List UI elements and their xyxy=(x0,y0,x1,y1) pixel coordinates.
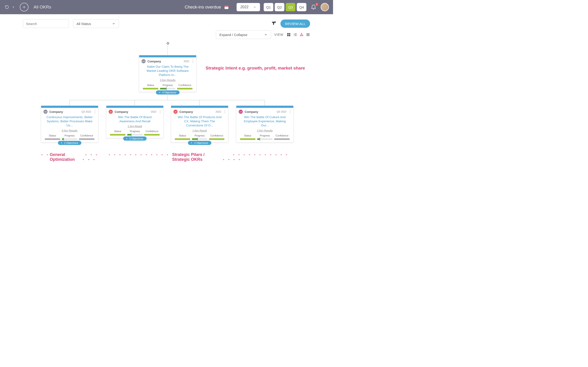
objective-title[interactable]: Win The Battle Of Brand Awareness And Re… xyxy=(106,115,163,125)
annotation-bottom-row: - - General Optimization - - - - - - - -… xyxy=(41,152,292,162)
confidence-label: Confidence xyxy=(143,130,161,133)
status-bar xyxy=(143,88,158,90)
status-bar xyxy=(110,134,125,135)
year-value: 2022 xyxy=(240,5,249,9)
svg-point-9 xyxy=(301,33,302,34)
year-select[interactable]: 2022 xyxy=(237,3,260,11)
key-results-link[interactable]: 1 Key Result xyxy=(106,125,163,127)
okr-card-child[interactable]: LW Company Q3 2022 ⋮ Win The Battle Of C… xyxy=(236,106,294,142)
view-tree-icon[interactable] xyxy=(300,33,304,37)
status-label: Status xyxy=(174,134,191,137)
status-filter-label: All Status xyxy=(77,22,91,26)
owner-avatar: JD xyxy=(173,110,178,114)
chevron-down-icon xyxy=(112,22,115,25)
refresh-icon[interactable] xyxy=(4,4,10,10)
view-label: VIEW xyxy=(274,33,284,36)
review-all-button[interactable]: REVIEW ALL xyxy=(280,19,310,28)
view-rows-icon[interactable] xyxy=(306,33,310,37)
owner-avatar: MA xyxy=(141,59,146,63)
progress-bar xyxy=(127,134,143,135)
annotation-optimization: General Optimization xyxy=(50,152,83,162)
card-menu-icon[interactable]: ⋮ xyxy=(288,111,291,113)
notifications-button[interactable]: 3 xyxy=(311,4,317,10)
forward-icon[interactable] xyxy=(10,4,17,10)
progress-bar xyxy=(192,138,208,140)
quarter-q2[interactable]: Q2 xyxy=(275,3,284,11)
quarter-q4[interactable]: Q4 xyxy=(297,3,306,11)
objective-title[interactable]: Stake Our Claim To Being The Market Lead… xyxy=(139,64,196,79)
okr-card-child[interactable]: JD Company 2022 ⋮ Win The Battle Of Prod… xyxy=(171,106,228,142)
objective-title[interactable]: Win The Battle Of Culture And Employee E… xyxy=(236,115,293,129)
owner-avatar: JD xyxy=(109,110,113,114)
quarter-q3[interactable]: Q3 xyxy=(286,3,295,11)
card-menu-icon[interactable]: ⋮ xyxy=(93,111,96,113)
status-filter-select[interactable]: All Status xyxy=(73,19,119,28)
calendar-overdue-icon[interactable] xyxy=(224,4,230,10)
chevron-down-icon xyxy=(158,91,161,94)
okr-card-root[interactable]: MA Company 2022 ⋮ Stake Our Claim To Bei… xyxy=(139,55,196,92)
key-results-link[interactable]: 1 Key Result xyxy=(171,129,228,132)
period-label: 2022 xyxy=(216,110,221,113)
quarter-selector: Q1 Q2 Q3 Q4 xyxy=(264,3,306,11)
key-results-link[interactable]: 0 Key Results xyxy=(41,129,98,132)
quarter-q1[interactable]: Q1 xyxy=(264,3,273,11)
progress-label: Progress xyxy=(126,130,144,133)
expand-children-pill[interactable]: 3 Objectives xyxy=(188,141,211,145)
expand-collapse-select[interactable]: Expand / Collapse xyxy=(216,30,271,39)
connector-line xyxy=(69,100,265,100)
confidence-bar xyxy=(79,138,95,140)
confidence-label: Confidence xyxy=(78,134,95,137)
progress-bar xyxy=(257,138,273,140)
okr-card-child[interactable]: MA Company Q3 2022 ⋮ Continuous Improvem… xyxy=(41,106,98,142)
team-label: Company xyxy=(179,110,193,114)
objective-title[interactable]: Win The Battle Of Products And CX, Makin… xyxy=(171,115,228,129)
chevron-down-icon xyxy=(264,33,268,36)
children-count: 2 Objectives xyxy=(64,142,78,144)
add-button[interactable] xyxy=(20,3,28,11)
view-grid-icon[interactable] xyxy=(287,33,291,37)
card-menu-icon[interactable]: ⋮ xyxy=(223,111,226,113)
objective-title[interactable]: Continuous Improvements, Better Systems,… xyxy=(41,115,98,129)
card-menu-icon[interactable]: ⋮ xyxy=(191,60,194,62)
filter-add-icon[interactable] xyxy=(271,21,276,26)
progress-label: Progress xyxy=(191,134,208,137)
search-input[interactable] xyxy=(23,19,69,28)
expand-label: Expand / Collapse xyxy=(219,33,247,37)
expand-children-pill[interactable]: 4 Objectives xyxy=(156,90,180,94)
dash-divider: - - - - - - - - - - - - - - - - - - xyxy=(83,152,172,162)
okr-card-child[interactable]: JD Company 2022 ⋮ Win The Battle Of Bran… xyxy=(106,106,164,138)
owner-avatar: MA xyxy=(43,110,48,114)
connector-line xyxy=(135,100,135,106)
children-count: 4 Objectives xyxy=(162,91,176,94)
dash-divider: - - xyxy=(41,152,50,162)
period-label: 2022 xyxy=(184,60,189,63)
status-label: Status xyxy=(239,134,256,137)
connector-line xyxy=(69,100,69,106)
tree-root-dot xyxy=(167,42,169,44)
status-bar xyxy=(240,138,255,140)
chevron-right-icon xyxy=(125,137,128,140)
svg-point-12 xyxy=(302,35,303,36)
status-label: Status xyxy=(142,84,159,86)
svg-rect-7 xyxy=(287,35,288,36)
expand-children-pill[interactable]: 5 Objectives xyxy=(123,136,147,141)
status-label: Status xyxy=(109,130,126,133)
key-results-link[interactable]: 3 Key Results xyxy=(139,79,196,81)
connector-line xyxy=(167,93,168,100)
confidence-label: Confidence xyxy=(208,134,225,137)
view-controls-row: Expand / Collapse VIEW xyxy=(0,28,333,39)
svg-rect-1 xyxy=(225,6,229,7)
annotation-pillars: Strategic Pilars / Strategic OKRs xyxy=(172,152,223,162)
notification-badge: 3 xyxy=(315,2,319,6)
confidence-bar xyxy=(144,134,160,135)
period-label: 2022 xyxy=(151,110,156,113)
card-menu-icon[interactable]: ⋮ xyxy=(158,111,161,113)
user-avatar[interactable] xyxy=(321,3,329,11)
expand-children-pill[interactable]: 2 Objectives xyxy=(58,141,81,145)
key-results-link[interactable]: 2 Key Results xyxy=(236,129,293,132)
view-list-icon[interactable] xyxy=(293,33,297,37)
progress-label: Progress xyxy=(159,84,176,86)
chevron-right-icon xyxy=(190,142,193,144)
checkins-overdue-label: Check-ins overdue xyxy=(185,5,221,10)
svg-point-10 xyxy=(300,35,301,36)
